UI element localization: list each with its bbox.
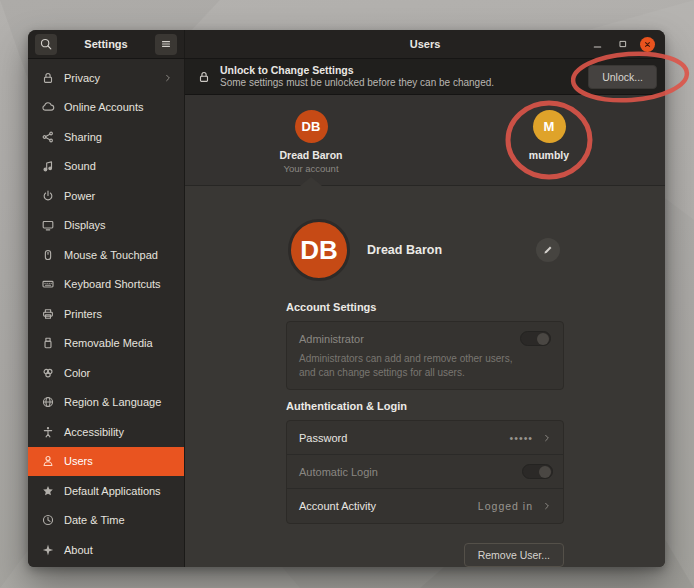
- sidebar-item-sharing[interactable]: Sharing: [28, 122, 184, 152]
- profile-row: DB Dread Baron: [286, 215, 564, 285]
- close-icon: [642, 39, 653, 50]
- row-password[interactable]: Password•••••: [287, 421, 563, 455]
- keyboard-icon: [40, 277, 55, 292]
- sidebar-item-mouse-touchpad[interactable]: Mouse & Touchpad: [28, 240, 184, 270]
- minimize-icon: [591, 38, 604, 51]
- page-title: Users: [410, 38, 441, 50]
- window-controls: [590, 37, 655, 52]
- sidebar-item-keyboard-shortcuts[interactable]: Keyboard Shortcuts: [28, 270, 184, 300]
- row-label: Account Activity: [299, 500, 478, 512]
- hamburger-menu-icon: [159, 37, 173, 51]
- auth-login-header: Authentication & Login: [286, 400, 564, 412]
- minimize-button[interactable]: [590, 37, 605, 52]
- unlock-banner: Unlock to Change Settings Some settings …: [185, 59, 665, 95]
- region-icon: [40, 395, 55, 410]
- user-avatar: DB: [288, 219, 350, 281]
- printers-icon: [40, 306, 55, 321]
- users-panel: Unlock to Change Settings Some settings …: [185, 59, 665, 567]
- lock-icon: [197, 70, 211, 84]
- sidebar-item-accessibility[interactable]: Accessibility: [28, 417, 184, 447]
- sidebar-item-label: Default Applications: [64, 485, 174, 497]
- close-button[interactable]: [640, 37, 655, 52]
- chevron-right-icon: [162, 72, 174, 84]
- automatic-login-toggle[interactable]: [522, 464, 553, 479]
- settings-sidebar: PrivacyOnline AccountsSharingSoundPowerD…: [28, 59, 185, 567]
- row-value: •••••: [510, 432, 533, 444]
- sidebar-item-label: Sound: [64, 160, 174, 172]
- user-name: Dread Baron: [279, 149, 342, 161]
- sidebar-item-label: Keyboard Shortcuts: [64, 278, 174, 290]
- sidebar-item-removable-media[interactable]: Removable Media: [28, 329, 184, 359]
- sidebar-item-printers[interactable]: Printers: [28, 299, 184, 329]
- edit-name-button[interactable]: [536, 238, 560, 262]
- removable-media-icon: [40, 336, 55, 351]
- user-full-name: Dread Baron: [367, 243, 536, 257]
- sidebar-header: Settings: [28, 30, 185, 58]
- account-settings-header: Account Settings: [286, 301, 564, 313]
- user-tab-dread-baron[interactable]: DBDread BaronYour account: [251, 110, 371, 174]
- user-tab-mumbly[interactable]: Mmumbly: [489, 110, 609, 161]
- sidebar-item-power[interactable]: Power: [28, 181, 184, 211]
- administrator-toggle[interactable]: [520, 331, 551, 346]
- sidebar-item-label: Date & Time: [64, 514, 174, 526]
- administrator-label: Administrator: [299, 333, 520, 345]
- sidebar-item-label: Privacy: [64, 72, 162, 84]
- maximize-icon: [617, 38, 629, 50]
- datetime-icon: [40, 513, 55, 528]
- sidebar-item-label: Removable Media: [64, 337, 174, 349]
- sidebar-item-label: Online Accounts: [64, 101, 174, 113]
- row-label: Automatic Login: [299, 466, 522, 478]
- maximize-button[interactable]: [615, 37, 630, 52]
- sidebar-item-default-applications[interactable]: Default Applications: [28, 476, 184, 506]
- user-avatar: M: [533, 110, 566, 143]
- sidebar-item-displays[interactable]: Displays: [28, 211, 184, 241]
- menu-button[interactable]: [155, 34, 177, 55]
- sidebar-item-privacy[interactable]: Privacy: [28, 63, 184, 93]
- user-avatar: DB: [295, 110, 328, 143]
- sidebar-item-sound[interactable]: Sound: [28, 152, 184, 182]
- sidebar-item-label: Region & Language: [64, 396, 174, 408]
- toggle-knob: [537, 333, 550, 346]
- main-titlebar: Users: [185, 30, 665, 58]
- toggle-knob: [539, 466, 552, 479]
- window-body: PrivacyOnline AccountsSharingSoundPowerD…: [28, 59, 665, 567]
- row-account-activity[interactable]: Account ActivityLogged in: [287, 489, 563, 523]
- accessibility-icon: [40, 424, 55, 439]
- sidebar-item-about[interactable]: About: [28, 535, 184, 565]
- unlock-button[interactable]: Unlock...: [588, 65, 657, 89]
- displays-icon: [40, 218, 55, 233]
- search-button[interactable]: [35, 34, 57, 55]
- sidebar-item-label: About: [64, 544, 174, 556]
- sidebar-item-label: Mouse & Touchpad: [64, 249, 174, 261]
- color-icon: [40, 365, 55, 380]
- sidebar-item-label: Accessibility: [64, 426, 174, 438]
- row-value: Logged in: [478, 500, 533, 512]
- default-apps-icon: [40, 483, 55, 498]
- sidebar-item-color[interactable]: Color: [28, 358, 184, 388]
- power-icon: [40, 188, 55, 203]
- users-icon: [40, 454, 55, 469]
- sidebar-item-label: Sharing: [64, 131, 174, 143]
- sidebar-item-region-language[interactable]: Region & Language: [28, 388, 184, 418]
- user-name: mumbly: [529, 149, 569, 161]
- sidebar-item-users[interactable]: Users: [28, 447, 184, 477]
- sidebar-item-label: Power: [64, 190, 174, 202]
- sidebar-item-label: Displays: [64, 219, 174, 231]
- app-title: Settings: [84, 38, 127, 50]
- sidebar-item-label: Users: [64, 455, 174, 467]
- unlock-banner-text: Unlock to Change Settings Some settings …: [220, 64, 588, 90]
- remove-user-button[interactable]: Remove User...: [464, 543, 564, 567]
- online-accounts-icon: [40, 100, 55, 115]
- user-details: DB Dread Baron Account Settings Administ…: [185, 186, 665, 567]
- user-carousel: DBDread BaronYour accountMmumbly: [185, 95, 665, 186]
- chevron-right-icon: [541, 500, 553, 512]
- sound-icon: [40, 159, 55, 174]
- account-settings-card: Administrator Administrators can add and…: [286, 321, 564, 390]
- settings-window: Settings Users PrivacyOnline AccountsSha…: [28, 30, 665, 567]
- selected-user-notch: [300, 177, 322, 186]
- sidebar-item-date-time[interactable]: Date & Time: [28, 506, 184, 536]
- row-automatic-login[interactable]: Automatic Login: [287, 455, 563, 489]
- sidebar-item-online-accounts[interactable]: Online Accounts: [28, 93, 184, 123]
- chevron-right-icon: [541, 432, 553, 444]
- mouse-icon: [40, 247, 55, 262]
